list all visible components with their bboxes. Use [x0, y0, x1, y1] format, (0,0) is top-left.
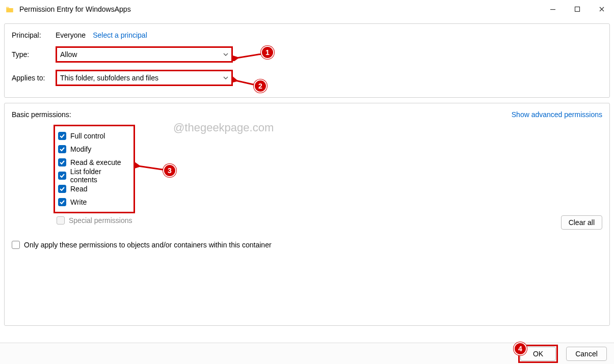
- perm-label: Modify: [70, 145, 91, 153]
- principal-value: Everyone: [56, 31, 86, 39]
- only-apply-label: Only apply these permissions to objects …: [24, 241, 272, 249]
- principal-label: Principal:: [12, 31, 56, 39]
- perm-label: Read & execute: [70, 158, 121, 166]
- perm-write[interactable]: Write: [58, 195, 129, 209]
- checkbox-icon: [58, 198, 66, 206]
- window-title: Permission Entry for WindowsApps: [19, 5, 131, 13]
- type-label: Type:: [12, 50, 56, 59]
- checkbox-icon: [58, 132, 66, 140]
- checkbox-icon: [57, 216, 65, 225]
- clear-all-button[interactable]: Clear all: [561, 215, 602, 230]
- perm-special: Special permissions: [57, 216, 602, 225]
- type-value: Allow: [60, 50, 77, 59]
- checkbox-icon: [58, 145, 66, 153]
- applies-label: Applies to:: [12, 74, 56, 82]
- applies-value: This folder, subfolders and files: [60, 74, 158, 82]
- chevron-down-icon: [223, 50, 228, 59]
- type-row: Type: Allow: [12, 46, 602, 63]
- callout-1: 1: [261, 46, 274, 59]
- perm-label: Read: [70, 185, 87, 193]
- perm-read[interactable]: Read: [58, 182, 129, 195]
- permissions-panel: Basic permissions: Show advanced permiss…: [4, 103, 610, 326]
- perm-list-folder[interactable]: List folder contents: [58, 169, 129, 182]
- callout-3: 3: [163, 164, 176, 177]
- perm-label: List folder contents: [70, 167, 129, 184]
- chevron-down-icon: [223, 74, 228, 82]
- cancel-button[interactable]: Cancel: [566, 347, 607, 361]
- callout-2: 2: [254, 79, 267, 93]
- titlebar: Permission Entry for WindowsApps: [0, 0, 614, 18]
- checkbox-icon: [58, 158, 66, 166]
- basic-permissions-label: Basic permissions:: [12, 110, 71, 119]
- permissions-list: Full control Modify Read & execute List …: [54, 125, 135, 213]
- select-principal-link[interactable]: Select a principal: [93, 31, 147, 39]
- applies-row: Applies to: This folder, subfolders and …: [12, 70, 602, 86]
- close-button[interactable]: [590, 1, 614, 17]
- principal-row: Principal: Everyone Select a principal: [12, 31, 602, 39]
- type-select[interactable]: Allow: [56, 46, 233, 63]
- applies-select[interactable]: This folder, subfolders and files: [56, 70, 233, 86]
- show-advanced-link[interactable]: Show advanced permissions: [512, 110, 602, 119]
- perm-label: Write: [70, 198, 87, 206]
- svg-rect-0: [550, 9, 555, 10]
- perm-modify[interactable]: Modify: [58, 143, 129, 156]
- svg-rect-1: [575, 7, 580, 12]
- principal-panel: Principal: Everyone Select a principal T…: [4, 23, 610, 98]
- callout-4: 4: [514, 342, 527, 355]
- checkbox-icon: [58, 185, 66, 193]
- perm-special-label: Special permissions: [69, 216, 132, 225]
- checkbox-icon: [12, 241, 20, 249]
- only-apply-row[interactable]: Only apply these permissions to objects …: [12, 241, 602, 249]
- maximize-button[interactable]: [565, 1, 590, 17]
- folder-icon: [5, 5, 14, 14]
- perm-full-control[interactable]: Full control: [58, 129, 129, 143]
- perm-label: Full control: [70, 132, 105, 140]
- minimize-button[interactable]: [541, 1, 565, 17]
- checkbox-icon: [58, 172, 66, 180]
